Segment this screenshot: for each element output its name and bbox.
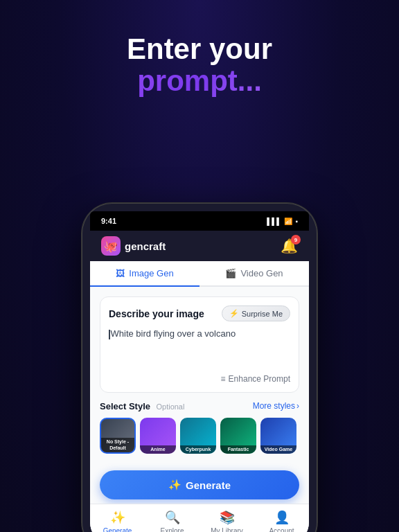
hero-section: Enter your prompt... [0, 0, 399, 114]
prompt-text: White bird flying over a volcano [111, 328, 236, 339]
notification-bell[interactable]: 🔔 9 [281, 238, 298, 254]
prompt-section[interactable]: Describe your image ⚡ Surprise Me White … [100, 296, 299, 393]
generate-icon: ✨ [168, 479, 181, 491]
phone-mockup: 9:41 ▌▌▌ 📶 ▪ 🐙 gencraft 🔔 9 [82, 203, 317, 532]
nav-label-library: My Library [211, 527, 243, 532]
style-chip-label-fantastic: Fantastic [220, 445, 256, 454]
enhance-row: ≡ Enhance Prompt [109, 374, 290, 384]
video-gen-icon: 🎬 [225, 268, 236, 278]
nav-label-account: Account [269, 527, 294, 532]
style-chip-fantastic[interactable]: Fantastic [220, 418, 256, 454]
nav-item-generate[interactable]: ✨Generate [90, 510, 145, 532]
image-gen-icon: 🖼 [116, 268, 125, 278]
styles-scroll-container: No Style - DefaultAnimeCyberpunkFantasti… [100, 418, 299, 454]
status-bar: 9:41 ▌▌▌ 📶 ▪ [90, 211, 309, 231]
style-chip-label-default: No Style - Default [101, 438, 134, 452]
style-section: Select Style Optional More styles › No S… [100, 400, 299, 454]
status-time: 9:41 [101, 217, 116, 225]
tab-image-gen-label: Image Gen [129, 268, 173, 278]
enhance-label[interactable]: Enhance Prompt [229, 374, 290, 384]
text-cursor [109, 330, 110, 339]
phone-frame: 9:41 ▌▌▌ 📶 ▪ 🐙 gencraft 🔔 9 [82, 203, 317, 532]
notification-badge: 9 [291, 235, 301, 245]
chevron-right-icon: › [296, 401, 299, 411]
style-label: Select Style [100, 401, 150, 411]
battery-icon: ▪ [295, 218, 298, 225]
style-chip-cyberpunk[interactable]: Cyberpunk [180, 418, 216, 454]
style-label-group: Select Style Optional [100, 400, 184, 412]
nav-item-account[interactable]: 👤Account [254, 510, 309, 532]
more-styles-button[interactable]: More styles › [253, 401, 299, 411]
surprise-emoji: ⚡ [229, 309, 239, 318]
enhance-icon: ≡ [221, 374, 226, 384]
tab-video-gen[interactable]: 🎬 Video Gen [200, 261, 309, 285]
style-optional: Optional [156, 402, 184, 411]
hero-line2: prompt... [0, 65, 399, 97]
style-chip-label-cyberpunk: Cyberpunk [180, 445, 216, 454]
app-name: gencraft [125, 240, 166, 252]
generate-label: Generate [186, 479, 231, 491]
surprise-label: Surprise Me [242, 310, 283, 318]
prompt-input[interactable]: White bird flying over a volcano [109, 327, 290, 369]
tab-video-gen-label: Video Gen [240, 268, 283, 278]
style-header: Select Style Optional More styles › [100, 400, 299, 412]
generate-button[interactable]: ✨ Generate [100, 470, 299, 499]
more-styles-label: More styles [253, 401, 295, 411]
tabs-bar: 🖼 Image Gen 🎬 Video Gen [90, 261, 309, 287]
styles-scroll: No Style - DefaultAnimeCyberpunkFantasti… [100, 418, 299, 454]
style-chip-video-game[interactable]: Video Game [260, 418, 296, 454]
app-screen: 🐙 gencraft 🔔 9 🖼 Image Gen 🎬 Video Gen [90, 231, 309, 532]
nav-icon-account: 👤 [274, 510, 290, 525]
hero-line1: Enter your [0, 33, 399, 65]
nav-item-explore[interactable]: 🔍Explore [145, 510, 200, 532]
nav-icon-explore: 🔍 [165, 510, 180, 525]
prompt-label: Describe your image [109, 308, 204, 319]
prompt-header: Describe your image ⚡ Surprise Me [109, 305, 290, 321]
style-chip-label-anime: Anime [140, 445, 176, 454]
status-icons: ▌▌▌ 📶 ▪ [267, 218, 298, 225]
style-chip-anime[interactable]: Anime [140, 418, 176, 454]
tab-image-gen[interactable]: 🖼 Image Gen [90, 261, 200, 287]
nav-label-explore: Explore [161, 527, 184, 532]
generate-section: ✨ Generate [90, 463, 309, 504]
nav-item-library[interactable]: 📚My Library [200, 510, 254, 532]
nav-label-generate: Generate [103, 527, 132, 532]
bottom-nav: ✨Generate🔍Explore📚My Library👤Account [90, 504, 309, 532]
app-header: 🐙 gencraft 🔔 9 [90, 231, 309, 261]
nav-icon-library: 📚 [220, 510, 235, 525]
content-area: Describe your image ⚡ Surprise Me White … [90, 287, 309, 463]
style-chip-default[interactable]: No Style - Default [100, 418, 136, 454]
surprise-me-button[interactable]: ⚡ Surprise Me [222, 305, 290, 321]
style-chip-label-video-game: Video Game [260, 445, 296, 454]
nav-icon-generate: ✨ [110, 510, 125, 525]
signal-icon: ▌▌▌ [267, 218, 281, 225]
octopus-logo-icon: 🐙 [101, 236, 121, 256]
wifi-icon: 📶 [284, 218, 292, 225]
app-logo: 🐙 gencraft [101, 236, 166, 256]
